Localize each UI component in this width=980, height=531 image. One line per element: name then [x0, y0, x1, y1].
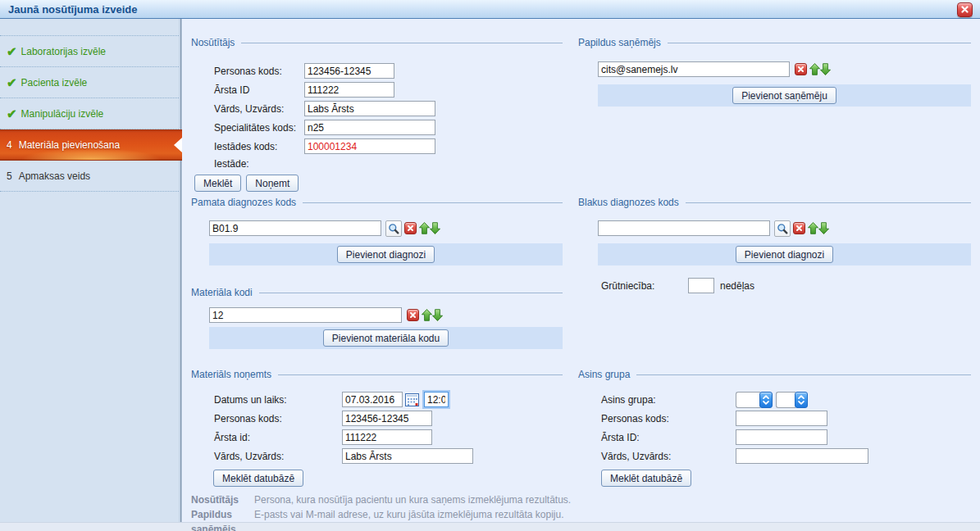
add-material-code-button[interactable]: Pievienot materiāla kodu	[323, 329, 449, 347]
footnotes: Nosūtītājs Persona, kura nosūtīja pacien…	[191, 492, 765, 531]
sender-vards-input[interactable]	[304, 101, 435, 116]
blood-arsta-id-input[interactable]	[736, 429, 827, 445]
sidebar-item-label: Manipulāciju izvēle	[21, 108, 104, 120]
move-down-icon[interactable]	[818, 222, 829, 234]
section-rule	[668, 43, 971, 43]
section-rule	[259, 293, 563, 293]
section-title: Nosūtītājs	[191, 37, 235, 48]
removed-personas-kods-input[interactable]	[342, 411, 432, 426]
delete-icon[interactable]	[407, 309, 419, 321]
removed-arsta-id-input[interactable]	[342, 429, 432, 445]
vards-label: Vārds, Uzvārds:	[601, 451, 736, 462]
blood-personas-kods-input[interactable]	[736, 411, 827, 426]
move-down-icon[interactable]	[430, 222, 440, 234]
rh-factor-select[interactable]	[776, 392, 808, 408]
personas-kods-label: Personas kods:	[214, 413, 342, 424]
pregnancy-unit-label: nedēļas	[720, 280, 754, 292]
move-up-icon[interactable]	[422, 309, 432, 321]
section-material-codes: Materiāla kodi Pievienot materiāla kodu	[191, 287, 563, 349]
sidebar-item-label: Materiāla pievienošana	[19, 139, 120, 151]
section-title: Asins grupa	[578, 369, 630, 380]
blood-group-select-value	[736, 392, 760, 408]
window: Jaunā nosūtījuma izveide ✔ Laboratorijas…	[0, 0, 980, 531]
vards-label: Vārds, Uzvārds:	[214, 451, 342, 462]
move-up-icon[interactable]	[808, 222, 818, 234]
button-bar: Pievienot materiāla kodu	[209, 327, 563, 349]
footnote-term: Papildus saņēmējs	[191, 507, 254, 531]
pregnancy-label: Grūtniecība:	[601, 280, 688, 292]
form-main: Nosūtītājs Personas kods: Ārsta ID Vārds…	[182, 19, 980, 522]
date-input[interactable]	[342, 392, 403, 407]
personas-kods-label: Personas kods:	[601, 413, 736, 424]
meklet-button[interactable]: Meklēt	[194, 175, 241, 192]
footnote-recipient: Papildus saņēmējs E-pasts vai M-mail adr…	[191, 507, 765, 531]
section-primary-diagnosis: Pamata diagnozes kods Pievienot diagnozi	[191, 197, 563, 266]
move-down-icon[interactable]	[432, 309, 443, 321]
move-up-icon[interactable]	[419, 222, 430, 234]
section-sender: Nosūtītājs Personas kods: Ārsta ID Vārds…	[191, 37, 563, 193]
removed-vards-input[interactable]	[342, 448, 473, 464]
section-rule	[303, 202, 563, 203]
sender-iestades-kods-input[interactable]	[304, 138, 435, 154]
calendar-icon[interactable]	[405, 393, 419, 406]
step-number: 5	[7, 170, 12, 182]
sidebar-item-label: Pacienta izvēle	[21, 77, 88, 88]
window-title: Jaunā nosūtījuma izveide	[8, 3, 138, 16]
search-database-button[interactable]: Meklēt datubāzē	[213, 470, 303, 487]
search-icon[interactable]	[385, 220, 402, 237]
sidebar-item-label: Laboratorijas izvēle	[21, 46, 106, 57]
sender-personas-kods-input[interactable]	[304, 63, 394, 79]
delete-icon[interactable]	[404, 222, 417, 234]
search-icon[interactable]	[774, 220, 791, 237]
sidebar-item-laboratory[interactable]: ✔ Laboratorijas izvēle	[0, 36, 182, 67]
pregnancy-weeks-input[interactable]	[688, 278, 714, 293]
section-secondary-diagnosis: Blakus diagnozes kods Pievienot diagnozi…	[578, 197, 971, 295]
sidebar-item-patient[interactable]: ✔ Pacienta izvēle	[0, 67, 182, 98]
sidebar-item-manipulations[interactable]: ✔ Manipulāciju izvēle	[0, 98, 182, 129]
sender-arsta-id-input[interactable]	[304, 82, 394, 98]
section-title: Pamata diagnozes kods	[191, 197, 296, 208]
button-bar: Pievienot diagnozi	[598, 243, 971, 266]
footnote-sender: Nosūtītājs Persona, kura nosūtīja pacien…	[191, 492, 765, 507]
sidebar-item-material-active[interactable]: 4 Materiāla pievienošana	[0, 129, 182, 161]
wizard-sidebar: ✔ Laboratorijas izvēle ✔ Pacienta izvēle…	[0, 19, 182, 522]
move-down-icon[interactable]	[820, 63, 831, 75]
section-rule	[636, 374, 971, 375]
primary-diagnosis-code-input[interactable]	[209, 220, 381, 236]
footnote-term: Nosūtītājs	[191, 492, 254, 507]
time-input[interactable]	[424, 392, 449, 407]
close-button[interactable]	[957, 2, 973, 17]
add-diagnosis-button[interactable]: Pievienot diagnozi	[736, 246, 833, 263]
active-step-arrow-icon	[174, 138, 182, 152]
blood-vards-input[interactable]	[736, 448, 868, 464]
add-diagnosis-button[interactable]: Pievienot diagnozi	[337, 246, 435, 263]
section-rule	[278, 374, 563, 375]
secondary-diagnosis-code-input[interactable]	[598, 220, 770, 236]
rh-factor-select-value	[776, 392, 795, 408]
iestades-kods-label: Iestādes kods:	[214, 141, 304, 152]
personas-kods-label: Personas kods:	[214, 66, 304, 77]
nonemt-button[interactable]: Noņemt	[246, 175, 299, 192]
delete-icon[interactable]	[795, 63, 807, 75]
material-code-input[interactable]	[209, 307, 402, 323]
check-icon: ✔	[7, 76, 17, 88]
datetime-label: Datums un laiks:	[214, 394, 342, 406]
add-recipient-button[interactable]: Pievienot saņēmēju	[732, 87, 836, 104]
recipient-email-input[interactable]	[598, 61, 790, 77]
section-additional-recipient: Papildus saņēmējs Pievienot saņēmēju	[578, 37, 971, 107]
sidebar-item-payment[interactable]: 5 Apmaksas veids	[0, 161, 182, 192]
specialitates-kods-label: Specialitātes kods:	[214, 122, 304, 134]
footnote-description: E-pasts vai M-mail adrese, uz kuru jāsūt…	[254, 507, 563, 531]
check-icon: ✔	[7, 107, 17, 120]
search-database-button[interactable]: Meklēt datubāzē	[601, 470, 691, 487]
sender-specialitates-kods-input[interactable]	[304, 120, 435, 135]
blood-group-label: Asins grupa:	[601, 394, 736, 406]
move-up-icon[interactable]	[809, 63, 820, 75]
section-rule	[241, 43, 563, 43]
delete-icon[interactable]	[793, 222, 805, 234]
button-bar: Pievienot diagnozi	[209, 243, 563, 266]
close-icon	[961, 4, 969, 16]
blood-group-select[interactable]	[736, 392, 773, 408]
arsta-id-label: Ārsta ID:	[601, 432, 736, 443]
arsta-id-label: Ārsta ID	[214, 84, 304, 96]
